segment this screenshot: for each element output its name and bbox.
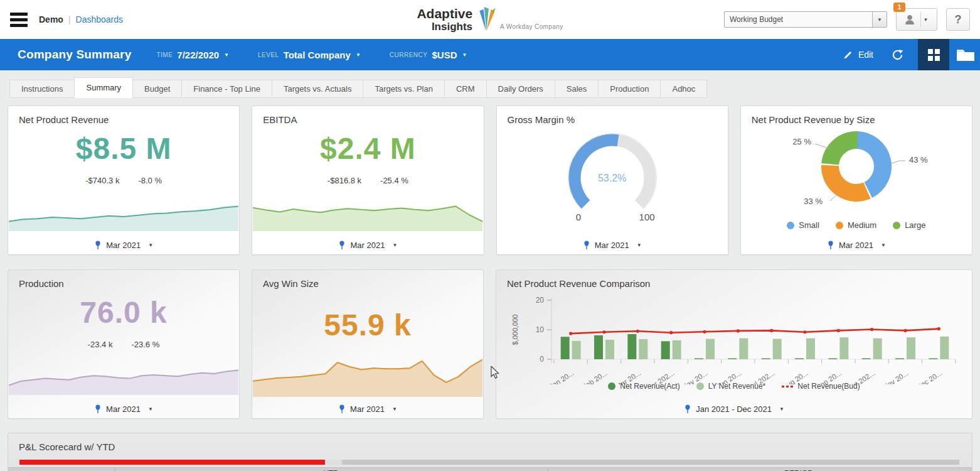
kpi-delta-value: -$816.8 k [328,176,361,185]
kpi-value: 55.9 k [252,308,483,342]
svg-text:$,000,000: $,000,000 [511,315,519,345]
user-menu-button[interactable]: 1 ▼ [896,8,937,31]
svg-text:20: 20 [536,296,545,305]
chevron-down-icon: ▼ [881,242,886,248]
tab-production[interactable]: Production [598,80,661,98]
tab-sales[interactable]: Sales [555,80,599,98]
gauge-max-label: 100 [639,212,655,222]
folder-icon [956,48,975,62]
chevron-down-icon: ▼ [148,406,153,412]
period-range-selector[interactable]: Jan 2021 - Dec 2021 ▼ [496,404,972,414]
dashboard-content: Net Product Revenue $8.5 M -$740.3 k -8.… [0,98,980,471]
breadcrumb: Demo | Dashboards [39,14,123,24]
grid-view-button[interactable] [918,39,949,70]
card-net-product-revenue: Net Product Revenue $8.5 M -$740.3 k -8.… [8,106,240,255]
comparison-legend: Net Revenue(Act) LY Net Revenue* Net Rev… [496,382,972,391]
kpi-delta-value: -23.4 k [88,340,113,349]
tab-adhoc[interactable]: Adhoc [660,80,707,98]
legend-dot-small [787,222,794,229]
avg-win-size-sparkline [253,355,482,397]
card-avg-win-size: Avg Win Size 55.9 k Mar 2021 ▼ [252,269,484,419]
card-title: Net Product Revenue by Size [741,106,972,125]
breadcrumb-separator: | [68,14,71,24]
topbar-actions: Working Budget ▼ 1 ▼ ? [724,0,970,39]
scorecard-header-row: YTD PERIOD [8,467,972,471]
help-button[interactable]: ? [946,8,970,31]
card-title: Avg Win Size [252,270,483,289]
tab-daily-orders[interactable]: Daily Orders [486,80,555,98]
legend-dash-net-revenue-bud [782,386,793,387]
card-title: P&L Scorecard w/ YTD [8,433,972,452]
kpi-delta-pct: -25.4 % [380,176,408,185]
tab-instructions[interactable]: Instructions [9,80,75,98]
refresh-icon [891,48,904,62]
tab-targets-vs-plan[interactable]: Targets vs. Plan [363,80,445,98]
kpi-delta-pct: -23.6 % [131,340,159,349]
kpi-value: 76.0 k [8,295,239,330]
time-filter[interactable]: TIME 7/22/2020 ▼ [156,50,229,60]
tab-crm[interactable]: CRM [444,80,487,98]
page-title: Company Summary [18,48,131,62]
dashboard-toolbar: Company Summary TIME 7/22/2020 ▼ LEVEL T… [0,39,980,70]
tab-summary[interactable]: Summary [74,77,133,98]
currency-filter[interactable]: CURRENCY $USD ▼ [390,50,467,60]
gauge-min-label: 0 [576,212,581,222]
gauge-value: 53.2% [543,173,681,184]
legend-dot-ly-net-revenue [696,382,704,390]
folder-button[interactable] [949,39,980,70]
card-gross-margin: Gross Margin % 53.2% 0 100 Mar 2021 ▼ [496,106,728,255]
edit-button[interactable]: Edit [843,50,873,60]
period-selector[interactable]: Mar 2021 ▼ [497,241,728,250]
card-revenue-comparison: Net Product Revenue Comparison 01020$,00… [496,269,972,419]
svg-text:43 %: 43 % [909,155,928,165]
period-selector[interactable]: Mar 2021 ▼ [741,241,972,250]
grid-icon [928,49,940,61]
user-icon [904,14,915,25]
dashboard-tabs: Instructions Summary Budget Finance - To… [0,70,980,98]
svg-text:0: 0 [540,355,544,364]
pin-icon [94,404,102,414]
legend-dot-large [893,222,900,229]
donut-legend: Small Medium Large [741,220,972,230]
pin-icon [338,404,346,414]
tab-budget[interactable]: Budget [132,80,182,98]
pencil-icon [843,50,853,60]
menu-icon[interactable] [10,10,28,30]
legend-dot-medium [836,222,843,229]
chevron-down-icon: ▼ [462,52,467,58]
pin-icon [338,241,346,250]
chevron-down-icon: ▼ [779,406,784,412]
production-sparkline [9,367,238,395]
tab-targets-vs-actuals[interactable]: Targets vs. Actuals [272,80,363,98]
filter-bar: TIME 7/22/2020 ▼ LEVEL Total Company ▼ C… [156,50,467,60]
tab-finance-top-line[interactable]: Finance - Top Line [181,80,272,98]
svg-text:10: 10 [536,325,545,334]
period-selector[interactable]: Mar 2021 ▼ [8,404,239,414]
notification-badge: 1 [893,3,905,12]
logo-v-icon [475,7,496,32]
version-selector[interactable]: Working Budget ▼ [724,11,887,28]
card-production: Production 76.0 k -23.4 k -23.6 % Mar 20… [8,269,240,419]
chevron-down-icon: ▼ [224,52,229,58]
kpi-delta-pct: -8.0 % [138,176,162,185]
version-selector-value: Working Budget [725,15,872,24]
kpi-value: $8.5 M [8,131,239,166]
brand-label: Demo [39,14,63,24]
card-ebitda: EBITDA $2.4 M -$816.8 k -25.4 % Mar 2021… [252,106,484,255]
version-selector-chevron-icon[interactable]: ▼ [872,12,887,27]
chevron-down-icon: ▼ [392,406,397,412]
card-title: Production [8,270,239,289]
card-title: Net Product Revenue [8,106,239,125]
user-menu-caret-icon[interactable]: ▼ [924,17,929,23]
period-selector[interactable]: Mar 2021 ▼ [252,404,483,414]
logo-line2: Insights [417,21,472,32]
period-selector[interactable]: Mar 2021 ▼ [8,241,239,250]
breadcrumb-dashboards-link[interactable]: Dashboards [76,14,124,24]
card-pl-scorecard: P&L Scorecard w/ YTD YTD PERIOD [8,433,972,471]
level-filter[interactable]: LEVEL Total Company ▼ [258,50,361,60]
period-selector[interactable]: Mar 2021 ▼ [252,241,483,250]
kpi-value: $2.4 M [252,131,483,166]
chevron-down-icon: ▼ [392,242,397,248]
svg-text:33 %: 33 % [804,197,823,206]
refresh-button[interactable] [891,48,904,62]
